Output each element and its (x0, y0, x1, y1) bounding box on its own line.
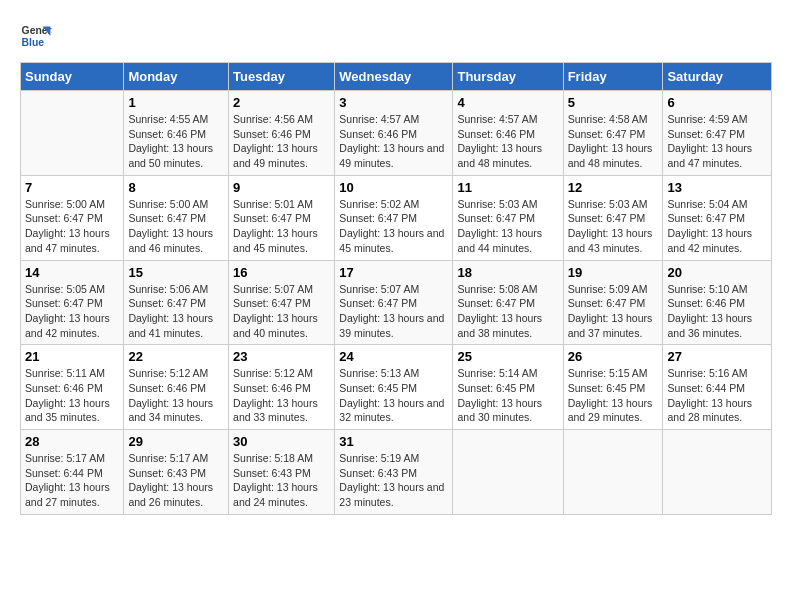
calendar-cell: 27Sunrise: 5:16 AMSunset: 6:44 PMDayligh… (663, 345, 772, 430)
calendar-cell: 17Sunrise: 5:07 AMSunset: 6:47 PMDayligh… (335, 260, 453, 345)
calendar-cell: 3Sunrise: 4:57 AMSunset: 6:46 PMDaylight… (335, 91, 453, 176)
day-detail: Sunrise: 5:06 AMSunset: 6:47 PMDaylight:… (128, 282, 224, 341)
header-sunday: Sunday (21, 63, 124, 91)
day-number: 4 (457, 95, 558, 110)
day-detail: Sunrise: 5:01 AMSunset: 6:47 PMDaylight:… (233, 197, 330, 256)
day-detail: Sunrise: 5:14 AMSunset: 6:45 PMDaylight:… (457, 366, 558, 425)
calendar-cell: 31Sunrise: 5:19 AMSunset: 6:43 PMDayligh… (335, 430, 453, 515)
day-number: 5 (568, 95, 659, 110)
calendar-cell: 30Sunrise: 5:18 AMSunset: 6:43 PMDayligh… (229, 430, 335, 515)
calendar-cell: 18Sunrise: 5:08 AMSunset: 6:47 PMDayligh… (453, 260, 563, 345)
day-detail: Sunrise: 5:17 AMSunset: 6:43 PMDaylight:… (128, 451, 224, 510)
day-detail: Sunrise: 5:19 AMSunset: 6:43 PMDaylight:… (339, 451, 448, 510)
day-number: 26 (568, 349, 659, 364)
header-saturday: Saturday (663, 63, 772, 91)
calendar-cell (21, 91, 124, 176)
header-friday: Friday (563, 63, 663, 91)
calendar-cell: 4Sunrise: 4:57 AMSunset: 6:46 PMDaylight… (453, 91, 563, 176)
calendar-cell (563, 430, 663, 515)
day-number: 16 (233, 265, 330, 280)
day-number: 22 (128, 349, 224, 364)
day-detail: Sunrise: 5:09 AMSunset: 6:47 PMDaylight:… (568, 282, 659, 341)
day-number: 23 (233, 349, 330, 364)
day-number: 1 (128, 95, 224, 110)
calendar-cell (453, 430, 563, 515)
calendar-cell: 2Sunrise: 4:56 AMSunset: 6:46 PMDaylight… (229, 91, 335, 176)
day-number: 29 (128, 434, 224, 449)
calendar-cell: 16Sunrise: 5:07 AMSunset: 6:47 PMDayligh… (229, 260, 335, 345)
day-detail: Sunrise: 5:02 AMSunset: 6:47 PMDaylight:… (339, 197, 448, 256)
calendar-cell: 1Sunrise: 4:55 AMSunset: 6:46 PMDaylight… (124, 91, 229, 176)
day-detail: Sunrise: 5:10 AMSunset: 6:46 PMDaylight:… (667, 282, 767, 341)
header-thursday: Thursday (453, 63, 563, 91)
day-detail: Sunrise: 4:58 AMSunset: 6:47 PMDaylight:… (568, 112, 659, 171)
calendar-cell: 11Sunrise: 5:03 AMSunset: 6:47 PMDayligh… (453, 175, 563, 260)
week-row-5: 28Sunrise: 5:17 AMSunset: 6:44 PMDayligh… (21, 430, 772, 515)
calendar-cell: 28Sunrise: 5:17 AMSunset: 6:44 PMDayligh… (21, 430, 124, 515)
day-detail: Sunrise: 5:13 AMSunset: 6:45 PMDaylight:… (339, 366, 448, 425)
calendar-cell: 29Sunrise: 5:17 AMSunset: 6:43 PMDayligh… (124, 430, 229, 515)
calendar-cell: 20Sunrise: 5:10 AMSunset: 6:46 PMDayligh… (663, 260, 772, 345)
day-number: 8 (128, 180, 224, 195)
day-detail: Sunrise: 5:18 AMSunset: 6:43 PMDaylight:… (233, 451, 330, 510)
calendar-header-row: SundayMondayTuesdayWednesdayThursdayFrid… (21, 63, 772, 91)
day-number: 2 (233, 95, 330, 110)
day-number: 17 (339, 265, 448, 280)
day-detail: Sunrise: 5:11 AMSunset: 6:46 PMDaylight:… (25, 366, 119, 425)
day-detail: Sunrise: 4:55 AMSunset: 6:46 PMDaylight:… (128, 112, 224, 171)
day-number: 9 (233, 180, 330, 195)
day-detail: Sunrise: 5:16 AMSunset: 6:44 PMDaylight:… (667, 366, 767, 425)
day-number: 25 (457, 349, 558, 364)
svg-text:Blue: Blue (22, 37, 45, 48)
day-detail: Sunrise: 5:12 AMSunset: 6:46 PMDaylight:… (233, 366, 330, 425)
calendar-cell: 14Sunrise: 5:05 AMSunset: 6:47 PMDayligh… (21, 260, 124, 345)
day-number: 3 (339, 95, 448, 110)
day-detail: Sunrise: 4:59 AMSunset: 6:47 PMDaylight:… (667, 112, 767, 171)
day-number: 6 (667, 95, 767, 110)
calendar-cell: 19Sunrise: 5:09 AMSunset: 6:47 PMDayligh… (563, 260, 663, 345)
calendar-cell: 24Sunrise: 5:13 AMSunset: 6:45 PMDayligh… (335, 345, 453, 430)
week-row-4: 21Sunrise: 5:11 AMSunset: 6:46 PMDayligh… (21, 345, 772, 430)
day-number: 19 (568, 265, 659, 280)
day-detail: Sunrise: 5:05 AMSunset: 6:47 PMDaylight:… (25, 282, 119, 341)
calendar-cell: 26Sunrise: 5:15 AMSunset: 6:45 PMDayligh… (563, 345, 663, 430)
calendar-cell: 12Sunrise: 5:03 AMSunset: 6:47 PMDayligh… (563, 175, 663, 260)
day-number: 12 (568, 180, 659, 195)
day-number: 7 (25, 180, 119, 195)
day-detail: Sunrise: 5:00 AMSunset: 6:47 PMDaylight:… (128, 197, 224, 256)
calendar-table: SundayMondayTuesdayWednesdayThursdayFrid… (20, 62, 772, 515)
calendar-cell: 23Sunrise: 5:12 AMSunset: 6:46 PMDayligh… (229, 345, 335, 430)
day-number: 15 (128, 265, 224, 280)
day-detail: Sunrise: 4:57 AMSunset: 6:46 PMDaylight:… (457, 112, 558, 171)
calendar-cell: 25Sunrise: 5:14 AMSunset: 6:45 PMDayligh… (453, 345, 563, 430)
day-number: 28 (25, 434, 119, 449)
day-detail: Sunrise: 5:17 AMSunset: 6:44 PMDaylight:… (25, 451, 119, 510)
header-tuesday: Tuesday (229, 63, 335, 91)
logo-icon: General Blue (20, 20, 52, 52)
day-detail: Sunrise: 5:12 AMSunset: 6:46 PMDaylight:… (128, 366, 224, 425)
day-number: 13 (667, 180, 767, 195)
calendar-cell: 9Sunrise: 5:01 AMSunset: 6:47 PMDaylight… (229, 175, 335, 260)
calendar-cell: 22Sunrise: 5:12 AMSunset: 6:46 PMDayligh… (124, 345, 229, 430)
day-number: 30 (233, 434, 330, 449)
day-number: 10 (339, 180, 448, 195)
day-number: 18 (457, 265, 558, 280)
week-row-3: 14Sunrise: 5:05 AMSunset: 6:47 PMDayligh… (21, 260, 772, 345)
calendar-cell: 15Sunrise: 5:06 AMSunset: 6:47 PMDayligh… (124, 260, 229, 345)
calendar-cell: 10Sunrise: 5:02 AMSunset: 6:47 PMDayligh… (335, 175, 453, 260)
header-monday: Monday (124, 63, 229, 91)
week-row-2: 7Sunrise: 5:00 AMSunset: 6:47 PMDaylight… (21, 175, 772, 260)
day-detail: Sunrise: 4:57 AMSunset: 6:46 PMDaylight:… (339, 112, 448, 171)
header-wednesday: Wednesday (335, 63, 453, 91)
calendar-cell (663, 430, 772, 515)
day-detail: Sunrise: 5:15 AMSunset: 6:45 PMDaylight:… (568, 366, 659, 425)
page-header: General Blue (20, 20, 772, 52)
day-detail: Sunrise: 5:07 AMSunset: 6:47 PMDaylight:… (233, 282, 330, 341)
calendar-cell: 5Sunrise: 4:58 AMSunset: 6:47 PMDaylight… (563, 91, 663, 176)
logo: General Blue (20, 20, 52, 52)
calendar-cell: 7Sunrise: 5:00 AMSunset: 6:47 PMDaylight… (21, 175, 124, 260)
day-number: 31 (339, 434, 448, 449)
calendar-cell: 8Sunrise: 5:00 AMSunset: 6:47 PMDaylight… (124, 175, 229, 260)
day-number: 24 (339, 349, 448, 364)
day-detail: Sunrise: 5:03 AMSunset: 6:47 PMDaylight:… (457, 197, 558, 256)
